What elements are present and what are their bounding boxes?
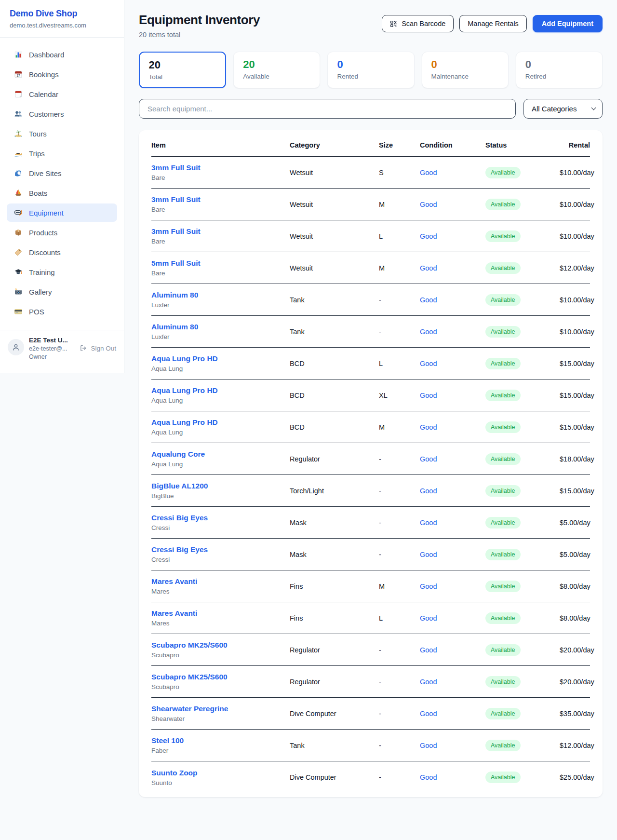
condition-link[interactable]: Good [420, 232, 485, 240]
sidebar-item-label: Boats [29, 189, 47, 197]
item-brand: Cressi [151, 524, 290, 531]
item-name-link[interactable]: Cressi Big Eyes [151, 514, 290, 522]
condition-link[interactable]: Good [420, 169, 485, 176]
category-cell: Tank [290, 328, 379, 336]
size-cell: - [379, 710, 420, 718]
sidebar-item-trips[interactable]: Trips [7, 144, 117, 163]
stat-card[interactable]: 0 Maintenance [422, 52, 509, 88]
manage-rentals-button[interactable]: Manage Rentals [459, 15, 527, 32]
condition-link[interactable]: Good [420, 360, 485, 367]
category-cell: BCD [290, 423, 379, 431]
rental-price: $8.00/day [560, 583, 590, 590]
item-cell: Mares Avanti Mares [151, 577, 290, 595]
condition-link[interactable]: Good [420, 392, 485, 399]
sidebar-item-bookings[interactable]: 17 Bookings [7, 65, 117, 83]
item-name-link[interactable]: Aqua Lung Pro HD [151, 418, 290, 427]
equipment-row: Scubapro MK25/S600 Scubapro Regulator - … [151, 634, 590, 666]
item-name-link[interactable]: Aqualung Core [151, 450, 290, 459]
condition-link[interactable]: Good [420, 710, 485, 718]
item-cell: Mares Avanti Mares [151, 609, 290, 627]
item-name-link[interactable]: Cressi Big Eyes [151, 545, 290, 554]
item-name-link[interactable]: Scubapro MK25/S600 [151, 641, 290, 650]
graduation-cap-icon [14, 268, 23, 276]
item-name-link[interactable]: Scubapro MK25/S600 [151, 673, 290, 681]
sidebar-item-dive-sites[interactable]: Dive Sites [7, 164, 117, 182]
condition-link[interactable]: Good [420, 614, 485, 622]
sidebar-item-pos[interactable]: POS [7, 302, 117, 321]
sidebar-item-dashboard[interactable]: Dashboard [7, 45, 117, 64]
item-name-link[interactable]: 5mm Full Suit [151, 259, 290, 268]
rental-price: $12.00/day [560, 742, 594, 749]
barcode-scan-icon [390, 20, 397, 27]
stat-value: 20 [243, 58, 310, 71]
rental-price: $15.00/day [560, 487, 594, 495]
condition-link[interactable]: Good [420, 551, 485, 558]
status-cell: Available [485, 262, 560, 274]
status-cell: Available [485, 772, 560, 783]
item-cell: Aqua Lung Pro HD Aqua Lung [151, 418, 290, 436]
stat-card[interactable]: 0 Retired [516, 52, 603, 88]
item-name-link[interactable]: BigBlue AL1200 [151, 482, 290, 490]
condition-link[interactable]: Good [420, 773, 485, 781]
category-filter-select[interactable]: All Categories [523, 99, 603, 119]
category-cell: BCD [290, 360, 379, 367]
item-name-link[interactable]: Mares Avanti [151, 577, 290, 586]
stat-card[interactable]: 0 Rented [327, 52, 414, 88]
category-cell: BCD [290, 392, 379, 399]
condition-link[interactable]: Good [420, 455, 485, 463]
item-name-link[interactable]: Shearwater Peregrine [151, 705, 290, 713]
condition-link[interactable]: Good [420, 742, 485, 749]
item-name-link[interactable]: 3mm Full Suit [151, 195, 290, 204]
item-name-link[interactable]: Aqua Lung Pro HD [151, 354, 290, 363]
item-name-link[interactable]: 3mm Full Suit [151, 227, 290, 236]
sidebar-item-tours[interactable]: Tours [7, 124, 117, 143]
category-cell: Tank [290, 742, 379, 749]
scan-barcode-button[interactable]: Scan Barcode [382, 15, 454, 32]
item-name-link[interactable]: Mares Avanti [151, 609, 290, 618]
stat-card[interactable]: 20 Total [139, 52, 226, 88]
shop-name[interactable]: Demo Dive Shop [10, 9, 114, 19]
item-cell: 5mm Full Suit Bare [151, 259, 290, 277]
condition-link[interactable]: Good [420, 296, 485, 304]
condition-link[interactable]: Good [420, 519, 485, 527]
sidebar-item-gallery[interactable]: Gallery [7, 283, 117, 301]
sidebar-item-boats[interactable]: Boats [7, 184, 117, 202]
sidebar-item-training[interactable]: Training [7, 263, 117, 281]
item-brand: Bare [151, 174, 290, 181]
item-brand: Luxfer [151, 301, 290, 309]
condition-link[interactable]: Good [420, 678, 485, 686]
item-name-link[interactable]: Aluminum 80 [151, 291, 290, 299]
credit-card-icon [14, 307, 23, 316]
item-brand: BigBlue [151, 492, 290, 500]
package-icon [14, 228, 23, 237]
sidebar-item-customers[interactable]: Customers [7, 105, 117, 123]
item-name-link[interactable]: Steel 100 [151, 736, 290, 745]
sidebar: Demo Dive Shop demo.test.divestreams.com… [0, 0, 124, 373]
condition-link[interactable]: Good [420, 487, 485, 495]
stat-card[interactable]: 20 Available [233, 52, 320, 88]
size-cell: - [379, 519, 420, 527]
status-cell: Available [485, 612, 560, 624]
condition-link[interactable]: Good [420, 201, 485, 208]
condition-link[interactable]: Good [420, 264, 485, 272]
column-header-status: Status [485, 141, 560, 149]
sidebar-item-products[interactable]: Products [7, 223, 117, 242]
item-name-link[interactable]: Suunto Zoop [151, 769, 290, 777]
item-name-link[interactable]: Aluminum 80 [151, 323, 290, 331]
condition-link[interactable]: Good [420, 328, 485, 336]
table-body: 3mm Full Suit Bare Wetsuit S Good Availa… [151, 157, 590, 793]
sign-out-button[interactable]: Sign Out [80, 344, 116, 352]
item-name-link[interactable]: Aqua Lung Pro HD [151, 386, 290, 395]
condition-link[interactable]: Good [420, 423, 485, 431]
sidebar-item-discounts[interactable]: Discounts [7, 243, 117, 261]
item-brand: Bare [151, 238, 290, 245]
sidebar-item-calendar[interactable]: Calendar [7, 85, 117, 103]
column-header-size: Size [379, 141, 420, 149]
sidebar-item-equipment[interactable]: Equipment [7, 203, 117, 222]
column-header-category: Category [290, 141, 379, 149]
condition-link[interactable]: Good [420, 646, 485, 654]
condition-link[interactable]: Good [420, 583, 485, 590]
add-equipment-button[interactable]: Add Equipment [533, 15, 603, 32]
search-input[interactable] [139, 99, 516, 119]
item-name-link[interactable]: 3mm Full Suit [151, 163, 290, 172]
